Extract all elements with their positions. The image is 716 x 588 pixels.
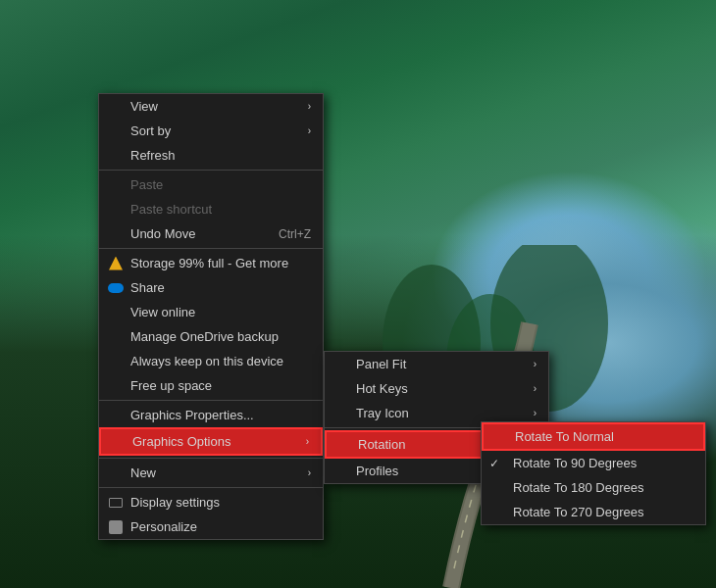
menu-item-storage[interactable]: Storage 99% full - Get more xyxy=(99,251,323,275)
separator xyxy=(99,458,323,459)
menu-item-paste-shortcut: Paste shortcut xyxy=(99,197,323,221)
menu-item-free-up[interactable]: Free up space xyxy=(99,373,323,398)
shortcut-label: Ctrl+Z xyxy=(259,227,311,241)
menu-item-hot-keys[interactable]: Hot Keys › xyxy=(325,376,548,401)
menu-item-graphics-properties[interactable]: Graphics Properties... xyxy=(99,403,323,427)
menu-item-refresh[interactable]: Refresh xyxy=(99,143,323,168)
check-icon: ✓ xyxy=(489,457,499,470)
menu-item-rotate-90[interactable]: ✓ Rotate To 90 Degrees xyxy=(482,451,705,475)
menu-item-rotate-180[interactable]: Rotate To 180 Degrees xyxy=(482,475,705,500)
menu-item-new[interactable]: New › xyxy=(99,461,323,485)
separator xyxy=(99,248,323,249)
menu-item-personalize[interactable]: Personalize xyxy=(99,514,323,539)
menu-item-panel-fit[interactable]: Panel Fit › xyxy=(325,352,548,376)
arrow-icon: › xyxy=(296,436,309,447)
menu-item-graphics-options[interactable]: Graphics Options › xyxy=(99,427,323,456)
menu-item-manage-onedrive[interactable]: Manage OneDrive backup xyxy=(99,324,323,349)
personalize-icon xyxy=(107,518,125,536)
arrow-icon: › xyxy=(524,359,537,369)
menu-item-rotate-normal[interactable]: Rotate To Normal xyxy=(482,422,705,451)
rotation-submenu: Rotate To Normal ✓ Rotate To 90 Degrees … xyxy=(481,421,706,525)
main-context-menu: View › Sort by › Refresh Paste Paste sho… xyxy=(98,93,324,540)
arrow-icon: › xyxy=(524,383,537,394)
cloud-icon xyxy=(107,279,125,297)
arrow-icon: › xyxy=(524,408,537,418)
menu-item-view-online[interactable]: View online xyxy=(99,300,323,324)
warning-icon xyxy=(107,255,125,272)
menu-item-always-keep[interactable]: Always keep on this device xyxy=(99,349,323,373)
menu-item-share[interactable]: Share xyxy=(99,275,323,300)
separator xyxy=(99,400,323,401)
arrow-icon: › xyxy=(298,467,311,478)
menu-item-paste: Paste xyxy=(99,172,323,197)
menu-item-rotate-270[interactable]: Rotate To 270 Degrees xyxy=(482,500,705,524)
separator xyxy=(99,170,323,171)
menu-item-view[interactable]: View › xyxy=(99,94,323,119)
menu-item-display-settings[interactable]: Display settings xyxy=(99,490,323,514)
menu-item-sort-by[interactable]: Sort by › xyxy=(99,119,323,143)
monitor-icon xyxy=(107,494,125,512)
separator xyxy=(99,487,323,488)
arrow-icon: › xyxy=(298,125,311,136)
menu-item-undo-move[interactable]: Undo Move Ctrl+Z xyxy=(99,221,323,246)
arrow-icon: › xyxy=(298,101,311,112)
